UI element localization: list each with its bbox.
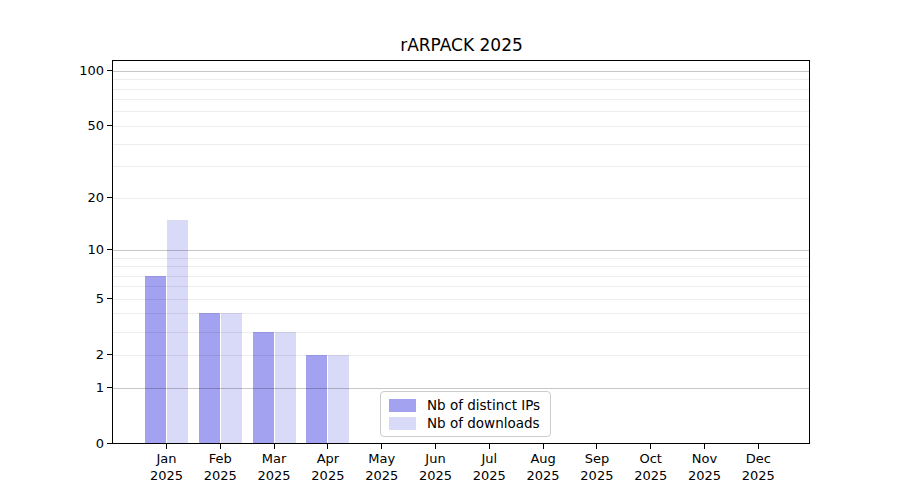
x-tick-mark — [274, 444, 275, 449]
minor-gridline — [113, 89, 809, 90]
y-tick-mark — [107, 354, 113, 355]
x-tick-mark — [220, 444, 221, 449]
x-tick-mark — [166, 444, 167, 449]
x-tick-mark — [327, 444, 328, 449]
minor-gridline — [113, 313, 809, 314]
y-tick-label: 100 — [40, 63, 104, 79]
y-tick-mark — [107, 197, 113, 198]
legend: Nb of distinct IPs Nb of downloads — [380, 391, 551, 437]
legend-label-downloads: Nb of downloads — [427, 415, 540, 431]
y-tick-label: 2 — [40, 347, 104, 363]
minor-gridline — [113, 258, 809, 259]
minor-gridline — [113, 299, 809, 300]
minor-gridline — [113, 266, 809, 267]
legend-swatch-downloads-icon — [389, 417, 416, 430]
major-gridline — [113, 250, 809, 251]
x-tick-mark — [596, 444, 597, 449]
legend-label-distinct-ips: Nb of distinct IPs — [427, 397, 540, 413]
y-tick-label: 50 — [40, 118, 104, 134]
minor-gridline — [113, 99, 809, 100]
minor-gridline — [113, 111, 809, 112]
y-tick-mark — [107, 249, 113, 250]
y-tick-mark — [107, 298, 113, 299]
y-tick-mark — [107, 443, 113, 444]
plot-area — [112, 60, 810, 444]
y-tick-label: 10 — [40, 242, 104, 258]
minor-gridline — [113, 332, 809, 333]
minor-gridline — [113, 126, 809, 127]
x-tick-label: Dec 2025 — [726, 451, 790, 484]
x-tick-mark — [758, 444, 759, 449]
minor-gridline — [113, 166, 809, 167]
y-tick-mark — [107, 70, 113, 71]
legend-swatch-distinct-ips-icon — [389, 399, 416, 412]
bar-distinct-ips — [199, 313, 220, 443]
y-tick-label: 5 — [40, 291, 104, 307]
y-tick-label: 20 — [40, 190, 104, 206]
minor-gridline — [113, 286, 809, 287]
chart-title: rARPACK 2025 — [113, 35, 810, 55]
minor-gridline — [113, 276, 809, 277]
x-tick-mark — [381, 444, 382, 449]
chart-figure: rARPACK 2025 Nb of distinct IPs Nb of do… — [0, 0, 900, 500]
y-tick-label: 1 — [40, 380, 104, 396]
x-tick-mark — [489, 444, 490, 449]
minor-gridline — [113, 144, 809, 145]
x-tick-mark — [704, 444, 705, 449]
y-tick-mark — [107, 125, 113, 126]
major-gridline — [113, 388, 809, 389]
bar-distinct-ips — [306, 355, 327, 444]
bar-downloads — [328, 355, 349, 444]
minor-gridline — [113, 198, 809, 199]
bar-downloads — [221, 313, 242, 443]
bar-distinct-ips — [145, 276, 166, 444]
x-tick-mark — [650, 444, 651, 449]
x-tick-mark — [435, 444, 436, 449]
minor-gridline — [113, 79, 809, 80]
minor-gridline — [113, 355, 809, 356]
legend-item-distinct-ips: Nb of distinct IPs — [389, 398, 540, 412]
y-tick-mark — [107, 387, 113, 388]
major-gridline — [113, 71, 809, 72]
y-tick-label: 0 — [40, 436, 104, 452]
x-tick-mark — [543, 444, 544, 449]
legend-item-downloads: Nb of downloads — [389, 416, 540, 430]
